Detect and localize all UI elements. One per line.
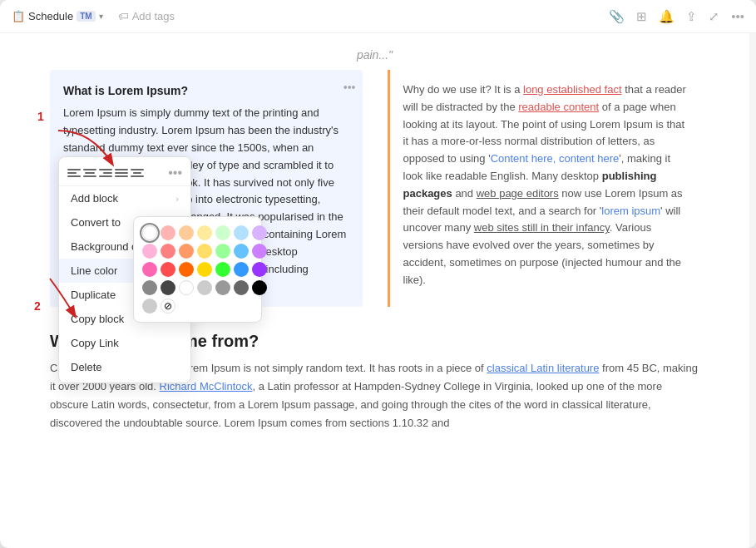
add-block-arrow-icon: › [175, 194, 179, 204]
grid-icon[interactable]: ⊞ [636, 9, 647, 24]
color-dot[interactable] [161, 262, 175, 277]
color-dot[interactable] [215, 244, 230, 259]
bell-icon[interactable]: 🔔 [659, 9, 674, 24]
color-dot[interactable] [142, 262, 157, 277]
color-dot[interactable] [234, 244, 249, 259]
menu-item-convert-to-label: Convert to [71, 216, 121, 229]
section-link-1[interactable]: classical Latin literature [487, 362, 599, 374]
menu-item-copy-link[interactable]: Copy Link [59, 331, 190, 355]
more-icon[interactable]: ••• [731, 9, 744, 23]
color-dot[interactable] [197, 262, 212, 277]
align-justify-icon[interactable] [115, 166, 128, 180]
menu-item-copy-link-label: Copy Link [71, 337, 119, 349]
tag-badge: TM [77, 11, 95, 22]
align-right-icon[interactable] [99, 166, 112, 180]
color-dot[interactable] [252, 244, 267, 259]
align-left-icon[interactable] [67, 166, 81, 180]
menu-item-add-block-label: Add block [71, 192, 118, 205]
tag-icon: 🏷 [118, 10, 129, 22]
color-grid: ⊘ [142, 225, 253, 313]
color-dot[interactable] [161, 225, 175, 240]
color-dot[interactable] [142, 280, 157, 295]
schedule-tag[interactable]: 📋 Schedule TM ▾ [12, 10, 103, 22]
col-right-text: Why do we use it? It is a long establish… [403, 81, 687, 289]
align-center-icon[interactable] [83, 166, 96, 180]
underline-text-1: web sites still in their infancy [474, 221, 610, 234]
color-dot[interactable] [179, 244, 194, 259]
titlebar-right: 📎 ⊞ 🔔 ⇪ ⤢ ••• [609, 9, 744, 24]
color-dot[interactable] [179, 225, 194, 240]
titlebar: 📋 Schedule TM ▾ 🏷 Add tags 📎 ⊞ 🔔 ⇪ ⤢ ••• [0, 0, 756, 33]
link-text-1[interactable]: Content here, content here [491, 152, 620, 165]
link-text-3[interactable]: lorem ipsum [601, 205, 660, 217]
attachment-icon[interactable]: 📎 [609, 9, 625, 24]
app-window: 📋 Schedule TM ▾ 🏷 Add tags 📎 ⊞ 🔔 ⇪ ⤢ •••… [0, 0, 756, 548]
color-dot[interactable] [215, 280, 230, 295]
menu-dots-icon[interactable]: ••• [168, 165, 182, 180]
color-dot[interactable] [215, 262, 230, 277]
color-palette: ⊘ [133, 216, 262, 323]
color-dot[interactable] [179, 262, 194, 277]
highlighted-text: long established fact [523, 83, 622, 96]
menu-item-delete[interactable]: Delete [59, 355, 190, 379]
color-dot[interactable] [161, 244, 175, 259]
expand-icon[interactable]: ⤢ [709, 9, 719, 24]
color-dot[interactable] [234, 262, 249, 277]
block-options-icon[interactable]: ••• [343, 78, 356, 96]
menu-item-line-color-label: Line color [71, 264, 117, 277]
align-icons [67, 166, 144, 180]
share-icon[interactable]: ⇪ [686, 9, 697, 24]
titlebar-left: 📋 Schedule TM ▾ 🏷 Add tags [12, 10, 175, 22]
menu-item-delete-label: Delete [71, 361, 102, 373]
context-menu-header: ••• [59, 160, 190, 186]
color-dot[interactable] [252, 262, 267, 277]
add-tags-label: Add tags [132, 10, 175, 22]
menu-item-duplicate-label: Duplicate [71, 289, 116, 301]
chevron-down-icon[interactable]: ▾ [99, 12, 103, 21]
color-dot[interactable] [252, 280, 267, 295]
page-header: pain..." [50, 33, 699, 70]
schedule-icon: 📋 [12, 10, 25, 22]
schedule-label: Schedule [28, 10, 73, 22]
color-dot[interactable] [197, 225, 212, 240]
highlighted-text-2: readable content [518, 101, 599, 113]
color-dot[interactable] [142, 244, 157, 259]
add-tags-button[interactable]: 🏷 Add tags [118, 10, 175, 22]
align-distributed-icon[interactable] [131, 166, 144, 180]
color-dot[interactable] [197, 244, 212, 259]
scrollbar[interactable] [749, 33, 756, 548]
color-dot[interactable] [142, 299, 157, 313]
menu-item-copy-block-label: Copy block [71, 313, 124, 325]
content-area: pain..." ••• What is Lorem Ipsum? Lorem … [0, 33, 756, 548]
color-dot[interactable] [215, 225, 230, 240]
color-dot[interactable] [234, 225, 249, 240]
menu-item-add-block[interactable]: Add block › [59, 186, 190, 210]
color-dot[interactable] [252, 225, 267, 240]
link-text-2[interactable]: web page editors [477, 187, 559, 200]
color-dot[interactable] [197, 280, 212, 295]
color-dot[interactable] [161, 280, 175, 295]
color-dot[interactable] [142, 225, 157, 240]
color-dot[interactable] [179, 280, 194, 295]
col-right: Why do we use it? It is a long establish… [388, 70, 700, 307]
col-left-title: What is Lorem Ipsum? [63, 81, 349, 100]
no-color-dot[interactable]: ⊘ [161, 299, 175, 313]
color-dot[interactable] [234, 280, 249, 295]
